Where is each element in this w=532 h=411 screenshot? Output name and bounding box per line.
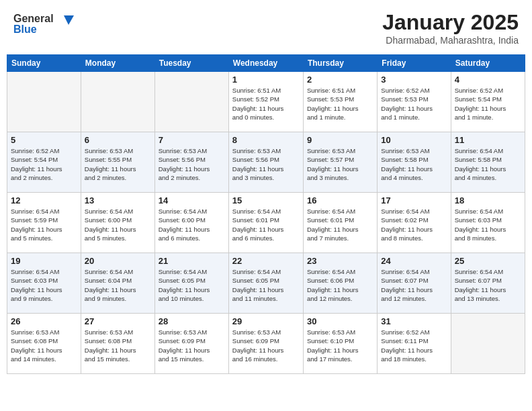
svg-text:General: General: [13, 13, 54, 24]
week-row-5: 26Sunrise: 6:53 AM Sunset: 6:08 PM Dayli…: [7, 314, 525, 374]
day-info: Sunrise: 6:51 AM Sunset: 5:53 PM Dayligh…: [307, 86, 373, 122]
day-info: Sunrise: 6:54 AM Sunset: 6:03 PM Dayligh…: [11, 267, 77, 303]
calendar-cell: 4Sunrise: 6:52 AM Sunset: 5:54 PM Daylig…: [451, 72, 525, 132]
day-info: Sunrise: 6:52 AM Sunset: 5:53 PM Dayligh…: [381, 86, 447, 122]
logo-icon: General Blue: [13, 10, 74, 36]
calendar-cell: 22Sunrise: 6:54 AM Sunset: 6:05 PM Dayli…: [228, 253, 303, 314]
weekday-header-saturday: Saturday: [451, 55, 525, 72]
day-number: 15: [232, 195, 300, 205]
day-info: Sunrise: 6:54 AM Sunset: 6:02 PM Dayligh…: [381, 207, 447, 242]
day-number: 24: [381, 256, 447, 266]
calendar-cell: [81, 72, 154, 132]
calendar-cell: 5Sunrise: 6:52 AM Sunset: 5:54 PM Daylig…: [7, 132, 81, 193]
week-row-1: 1Sunrise: 6:51 AM Sunset: 5:52 PM Daylig…: [7, 72, 525, 132]
calendar-cell: 8Sunrise: 6:53 AM Sunset: 5:56 PM Daylig…: [228, 132, 303, 193]
calendar-cell: 7Sunrise: 6:53 AM Sunset: 5:56 PM Daylig…: [154, 132, 228, 193]
calendar-cell: 11Sunrise: 6:54 AM Sunset: 5:58 PM Dayli…: [451, 132, 525, 193]
month-title: January 2025: [382, 10, 519, 35]
day-number: 4: [455, 75, 521, 85]
week-row-4: 19Sunrise: 6:54 AM Sunset: 6:03 PM Dayli…: [7, 253, 525, 314]
day-number: 9: [307, 135, 373, 145]
day-info: Sunrise: 6:52 AM Sunset: 5:54 PM Dayligh…: [455, 86, 521, 122]
weekday-header-row: SundayMondayTuesdayWednesdayThursdayFrid…: [7, 55, 525, 72]
day-info: Sunrise: 6:54 AM Sunset: 6:04 PM Dayligh…: [85, 267, 151, 303]
weekday-header-tuesday: Tuesday: [154, 55, 228, 72]
weekday-header-friday: Friday: [378, 55, 451, 72]
calendar-cell: 27Sunrise: 6:53 AM Sunset: 6:08 PM Dayli…: [81, 314, 154, 374]
day-info: Sunrise: 6:54 AM Sunset: 5:59 PM Dayligh…: [11, 207, 77, 242]
day-info: Sunrise: 6:53 AM Sunset: 5:56 PM Dayligh…: [159, 146, 225, 182]
day-info: Sunrise: 6:54 AM Sunset: 6:06 PM Dayligh…: [307, 267, 373, 303]
weekday-header-monday: Monday: [81, 55, 154, 72]
calendar-cell: 13Sunrise: 6:54 AM Sunset: 6:00 PM Dayli…: [81, 193, 154, 253]
day-info: Sunrise: 6:54 AM Sunset: 6:00 PM Dayligh…: [159, 207, 225, 242]
day-info: Sunrise: 6:54 AM Sunset: 5:58 PM Dayligh…: [455, 146, 521, 182]
day-number: 22: [232, 256, 300, 266]
calendar-cell: 30Sunrise: 6:53 AM Sunset: 6:10 PM Dayli…: [303, 314, 377, 374]
day-number: 17: [381, 195, 447, 205]
day-number: 19: [11, 256, 77, 266]
calendar-cell: 23Sunrise: 6:54 AM Sunset: 6:06 PM Dayli…: [303, 253, 377, 314]
week-row-3: 12Sunrise: 6:54 AM Sunset: 5:59 PM Dayli…: [7, 193, 525, 253]
day-info: Sunrise: 6:53 AM Sunset: 6:10 PM Dayligh…: [307, 328, 373, 363]
location-subtitle: Dharmabad, Maharashtra, India: [382, 35, 519, 46]
day-number: 26: [11, 316, 77, 326]
day-info: Sunrise: 6:53 AM Sunset: 6:08 PM Dayligh…: [85, 328, 151, 363]
day-info: Sunrise: 6:54 AM Sunset: 6:03 PM Dayligh…: [455, 207, 521, 242]
calendar-cell: 31Sunrise: 6:52 AM Sunset: 6:11 PM Dayli…: [378, 314, 451, 374]
day-info: Sunrise: 6:53 AM Sunset: 5:56 PM Dayligh…: [232, 146, 300, 182]
day-info: Sunrise: 6:54 AM Sunset: 6:07 PM Dayligh…: [381, 267, 447, 303]
day-number: 7: [159, 135, 225, 145]
day-number: 18: [455, 195, 521, 205]
calendar-cell: 16Sunrise: 6:54 AM Sunset: 6:01 PM Dayli…: [303, 193, 377, 253]
day-number: 8: [232, 135, 300, 145]
day-number: 23: [307, 256, 373, 266]
calendar-cell: 10Sunrise: 6:53 AM Sunset: 5:58 PM Dayli…: [378, 132, 451, 193]
day-number: 13: [85, 195, 151, 205]
calendar-cell: 26Sunrise: 6:53 AM Sunset: 6:08 PM Dayli…: [7, 314, 81, 374]
day-number: 29: [232, 316, 300, 326]
weekday-header-sunday: Sunday: [7, 55, 81, 72]
day-number: 10: [381, 135, 447, 145]
day-number: 30: [307, 316, 373, 326]
day-info: Sunrise: 6:53 AM Sunset: 6:09 PM Dayligh…: [232, 328, 300, 363]
calendar-cell: 28Sunrise: 6:53 AM Sunset: 6:09 PM Dayli…: [154, 314, 228, 374]
weekday-header-thursday: Thursday: [303, 55, 377, 72]
calendar-cell: 1Sunrise: 6:51 AM Sunset: 5:52 PM Daylig…: [228, 72, 303, 132]
calendar-cell: [7, 72, 81, 132]
day-info: Sunrise: 6:53 AM Sunset: 5:55 PM Dayligh…: [85, 146, 151, 182]
day-number: 14: [159, 195, 225, 205]
day-info: Sunrise: 6:53 AM Sunset: 5:57 PM Dayligh…: [307, 146, 373, 182]
day-info: Sunrise: 6:52 AM Sunset: 5:54 PM Dayligh…: [11, 146, 77, 182]
week-row-2: 5Sunrise: 6:52 AM Sunset: 5:54 PM Daylig…: [7, 132, 525, 193]
calendar-cell: 17Sunrise: 6:54 AM Sunset: 6:02 PM Dayli…: [378, 193, 451, 253]
calendar-cell: 24Sunrise: 6:54 AM Sunset: 6:07 PM Dayli…: [378, 253, 451, 314]
calendar-cell: 6Sunrise: 6:53 AM Sunset: 5:55 PM Daylig…: [81, 132, 154, 193]
day-number: 25: [455, 256, 521, 266]
calendar-table: SundayMondayTuesdayWednesdayThursdayFrid…: [7, 54, 525, 374]
day-info: Sunrise: 6:54 AM Sunset: 6:01 PM Dayligh…: [307, 207, 373, 242]
day-info: Sunrise: 6:53 AM Sunset: 6:08 PM Dayligh…: [11, 328, 77, 363]
day-number: 6: [85, 135, 151, 145]
day-number: 20: [85, 256, 151, 266]
page-header: General Blue January 2025 Dharmabad, Mah…: [7, 7, 525, 49]
logo: General Blue: [13, 10, 74, 36]
day-info: Sunrise: 6:53 AM Sunset: 5:58 PM Dayligh…: [381, 146, 447, 182]
calendar-cell: 25Sunrise: 6:54 AM Sunset: 6:07 PM Dayli…: [451, 253, 525, 314]
calendar-cell: [451, 314, 525, 374]
day-number: 27: [85, 316, 151, 326]
calendar-cell: 20Sunrise: 6:54 AM Sunset: 6:04 PM Dayli…: [81, 253, 154, 314]
calendar-cell: 15Sunrise: 6:54 AM Sunset: 6:01 PM Dayli…: [228, 193, 303, 253]
day-number: 11: [455, 135, 521, 145]
day-info: Sunrise: 6:54 AM Sunset: 6:00 PM Dayligh…: [85, 207, 151, 242]
calendar-cell: 19Sunrise: 6:54 AM Sunset: 6:03 PM Dayli…: [7, 253, 81, 314]
calendar-cell: [154, 72, 228, 132]
weekday-header-wednesday: Wednesday: [228, 55, 303, 72]
calendar-cell: 21Sunrise: 6:54 AM Sunset: 6:05 PM Dayli…: [154, 253, 228, 314]
day-number: 5: [11, 135, 77, 145]
day-info: Sunrise: 6:54 AM Sunset: 6:01 PM Dayligh…: [232, 207, 300, 242]
day-number: 16: [307, 195, 373, 205]
calendar-cell: 29Sunrise: 6:53 AM Sunset: 6:09 PM Dayli…: [228, 314, 303, 374]
day-info: Sunrise: 6:52 AM Sunset: 6:11 PM Dayligh…: [381, 328, 447, 363]
day-number: 31: [381, 316, 447, 326]
